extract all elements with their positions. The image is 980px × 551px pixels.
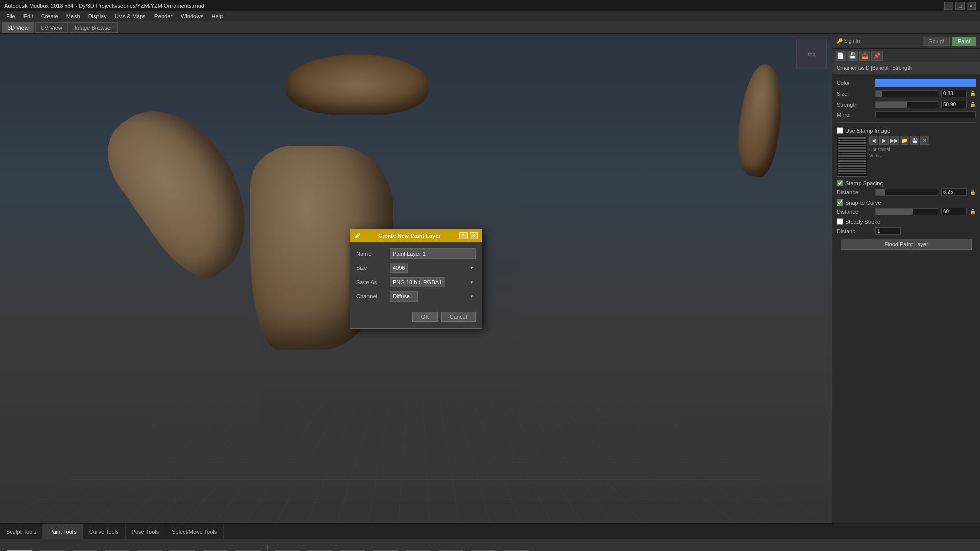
snap-curve-label: Snap to Curve <box>845 199 881 206</box>
dialog-channel-select[interactable]: Diffuse Specular Normal <box>390 291 418 302</box>
size-row: Size 🔒 <box>837 90 976 97</box>
strength-label2: Strength <box>837 102 872 108</box>
stamp-distance-input[interactable] <box>941 188 967 196</box>
tab-select-tools[interactable]: Select/Move Tools <box>165 524 224 539</box>
menu-help[interactable]: Help <box>208 11 228 21</box>
steady-stroke-label: Steady Stroke <box>845 219 880 225</box>
title-bar: Autodesk Mudbox 2018 x64 - Dy/3D Project… <box>0 0 980 11</box>
snap-distance-row: Distance 🔒 <box>837 208 976 215</box>
close-button[interactable]: × <box>967 2 976 10</box>
view-tabs: 3D View UV View Image Browser <box>0 21 980 34</box>
tab-curve-tools[interactable]: Curve Tools <box>83 524 126 539</box>
tab-paint-tools[interactable]: Paint Tools <box>43 524 83 539</box>
stamp-distance-row: Distance 🔒 <box>837 188 976 196</box>
size-input[interactable] <box>941 90 967 97</box>
use-stamp-row: Use Stamp Image <box>837 127 976 134</box>
dialog-cancel-button[interactable]: Cancel <box>441 312 476 322</box>
dialog-saveas-select[interactable]: PNG 18 bit, RGBA1 PNG 8 bit <box>390 277 445 287</box>
snap-distance-input[interactable] <box>941 208 967 215</box>
stamp-distance-slider[interactable] <box>875 189 938 196</box>
right-properties: Color Size 🔒 Strength 🔒 <box>832 74 980 523</box>
tool-divider <box>267 545 268 551</box>
dialog-size-select[interactable]: 4096 2048 1024 <box>390 263 408 273</box>
stamp-ctrl-row1: ◀ ▶ ▶▶ 📁 💾 ✕ <box>869 136 929 145</box>
flood-paint-button[interactable]: Flood Paint Layer <box>841 239 972 250</box>
strength-input[interactable] <box>941 101 967 108</box>
tab-pose-tools[interactable]: Pose Tools <box>126 524 166 539</box>
dialog-help-button[interactable]: ? <box>459 232 468 239</box>
stamp-delete-button[interactable]: ✕ <box>920 136 929 145</box>
paint-tools-panel: ✏ Paint Brush ◈ Projection 💧 Eyedropper … <box>0 539 980 551</box>
steady-stroke-row: Steady Stroke <box>837 218 976 225</box>
dialog-channel-row: Channel Diffuse Specular Normal <box>356 291 476 302</box>
steady-distance-label: Distanc <box>837 228 872 234</box>
menu-mesh[interactable]: Mesh <box>62 11 84 21</box>
stamp-distance-fill <box>876 189 885 195</box>
dialog-title-controls: ? × <box>459 232 478 239</box>
size-slider-fill <box>876 91 882 97</box>
minimize-button[interactable]: ─ <box>944 2 953 10</box>
menu-bar: File Edit Create Mesh Display UVs & Maps… <box>0 11 980 21</box>
strength-slider[interactable] <box>875 101 938 108</box>
steady-stroke-checkbox[interactable] <box>837 218 843 225</box>
menu-create[interactable]: Create <box>37 11 62 21</box>
stamp-prev-button[interactable]: ◀ <box>869 136 878 145</box>
stamp-preview[interactable] <box>837 136 867 177</box>
maximize-button[interactable]: □ <box>955 2 965 10</box>
sign-in-area: 🔑 Sign In <box>837 38 860 44</box>
strength-row: Strength 🔒 <box>837 101 976 108</box>
stamp-preview-image <box>838 137 866 176</box>
dialog-name-input[interactable] <box>390 248 476 259</box>
pin-button[interactable]: 📌 <box>871 51 883 61</box>
mode-sculpt[interactable]: Sculpt <box>923 37 950 46</box>
dialog-title-bar: 🖌 Create New Paint Layer ? × <box>350 229 482 242</box>
stamp-spacing-checkbox[interactable] <box>837 180 843 186</box>
dialog-overlay: 🖌 Create New Paint Layer ? × Name Size <box>0 34 832 523</box>
snap-curve-checkbox[interactable] <box>837 199 843 206</box>
stamp-play-button[interactable]: ▶▶ <box>890 136 899 145</box>
size-label: Size <box>837 91 872 97</box>
stamp-preview-area: ◀ ▶ ▶▶ 📁 💾 ✕ Horizontal Vertical <box>837 136 976 177</box>
channel-bar: Ornamentss D [Bandbl Strength <box>832 62 980 74</box>
dialog-name-label: Name <box>356 251 387 257</box>
stamp-load-button[interactable]: 📁 <box>900 136 909 145</box>
dialog-size-label: Size <box>356 265 387 271</box>
mirror-slider[interactable] <box>875 111 976 118</box>
color-label: Color <box>837 80 872 86</box>
dialog-saveas-wrapper: PNG 18 bit, RGBA1 PNG 8 bit <box>390 277 476 287</box>
color-swatch[interactable] <box>875 79 976 87</box>
color-row: Color <box>837 79 976 87</box>
dialog-channel-wrapper: Diffuse Specular Normal <box>390 291 476 302</box>
stamp-controls: ◀ ▶ ▶▶ 📁 💾 ✕ Horizontal Vertical <box>869 136 929 177</box>
menu-uvs[interactable]: UVs & Maps <box>111 11 150 21</box>
mode-paint[interactable]: Paint <box>952 37 976 46</box>
stamp-distance-lock: 🔒 <box>970 189 976 195</box>
dialog-size-wrapper: 4096 2048 1024 <box>390 263 476 273</box>
snap-distance-slider[interactable] <box>875 208 938 215</box>
menu-edit[interactable]: Edit <box>19 11 37 21</box>
tab-sculpt-tools[interactable]: Sculpt Tools <box>0 524 43 539</box>
tab-image-browser[interactable]: Image Browser <box>69 22 118 33</box>
title-bar-controls: ─ □ × <box>944 2 976 10</box>
menu-display[interactable]: Display <box>84 11 111 21</box>
menu-windows[interactable]: Windows <box>177 11 208 21</box>
save-button[interactable]: 💾 <box>847 51 858 61</box>
bottom-tool-tabs-bar: Sculpt Tools Paint Tools Curve Tools Pos… <box>0 523 980 539</box>
stamp-save-button[interactable]: 💾 <box>910 136 919 145</box>
tab-uv-view[interactable]: UV View <box>35 22 68 33</box>
steady-distance-input[interactable] <box>875 227 901 235</box>
stamp-spacing-label: Stamp Spacing <box>845 180 884 186</box>
use-stamp-checkbox[interactable] <box>837 127 843 134</box>
dialog-close-button[interactable]: × <box>470 232 478 239</box>
menu-render[interactable]: Render <box>150 11 177 21</box>
tab-3d-view[interactable]: 3D View <box>2 22 34 33</box>
snap-distance-label: Distance <box>837 209 872 215</box>
new-layer-button[interactable]: 📄 <box>835 51 846 61</box>
menu-file[interactable]: File <box>2 11 19 21</box>
dialog-channel-label: Channel <box>356 293 387 299</box>
dialog-ok-button[interactable]: OK <box>412 312 438 322</box>
import-button[interactable]: 📥 <box>859 51 870 61</box>
size-slider[interactable] <box>875 90 938 97</box>
viewport-3d[interactable]: top 🖌 Create New Paint Layer ? × Name <box>0 34 832 523</box>
stamp-next-button[interactable]: ▶ <box>879 136 889 145</box>
